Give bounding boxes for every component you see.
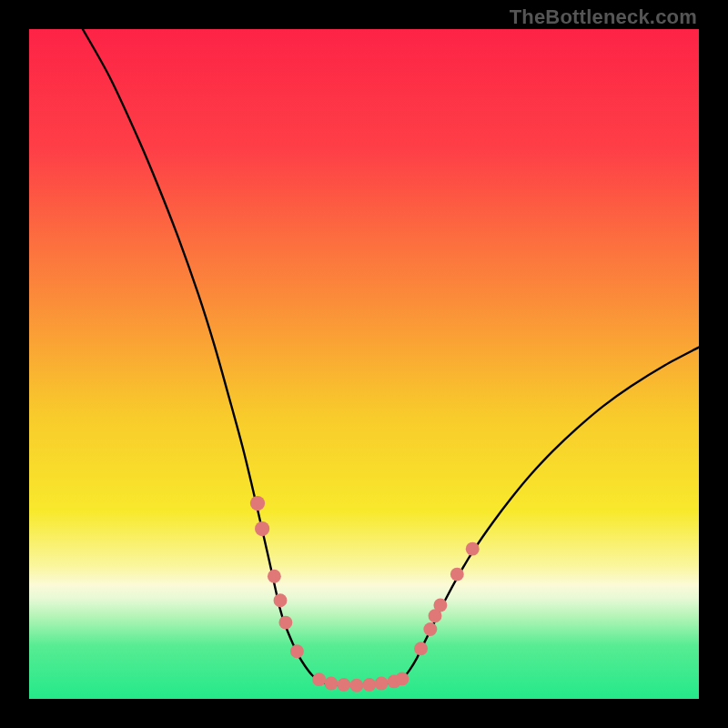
curve-layer (29, 29, 699, 699)
marker-dot (423, 622, 437, 636)
marker-dot (450, 568, 464, 581)
marker-dot (255, 521, 269, 536)
marker-dot (278, 616, 292, 630)
marker-dot (324, 677, 338, 691)
marker-dot (349, 679, 363, 693)
marker-dot (433, 599, 447, 612)
plot-area (29, 29, 699, 699)
marker-dot (396, 672, 410, 685)
marker-dot (362, 678, 376, 692)
v-curve (83, 29, 699, 685)
marker-dot (375, 677, 389, 691)
marker-dot (290, 644, 304, 658)
marker-dot (337, 678, 350, 692)
watermark-text: TheBottleneck.com (510, 5, 697, 29)
marker-dot (250, 496, 265, 511)
marker-dot (466, 542, 480, 556)
markers-group (250, 496, 480, 693)
chart-stage: TheBottleneck.com (0, 0, 728, 728)
marker-dot (274, 593, 288, 607)
marker-dot (312, 672, 326, 686)
marker-dot (414, 642, 428, 655)
marker-dot (268, 570, 281, 583)
